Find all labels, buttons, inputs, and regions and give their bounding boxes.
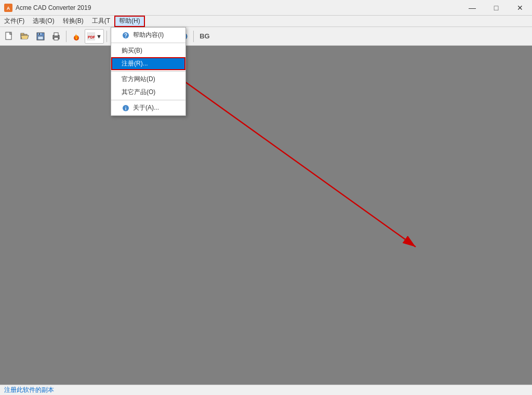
toolbar-save[interactable] — [33, 29, 48, 44]
help-separator-3 — [111, 100, 185, 100]
app-title: Acme CAD Converter 2019 — [16, 4, 91, 11]
menu-options[interactable]: 选项(O) — [29, 16, 58, 27]
toolbar-open[interactable] — [18, 29, 32, 44]
toolbar-bg[interactable]: BG — [196, 29, 213, 44]
menu-help-content[interactable]: ? 帮助内容(I) — [111, 29, 185, 42]
toolbar-sep-1 — [66, 31, 66, 42]
status-text[interactable]: 注册此软件的副本 — [4, 386, 54, 394]
toolbar-special[interactable] — [69, 29, 84, 44]
svg-rect-9 — [39, 33, 40, 35]
close-button[interactable]: ✕ — [508, 0, 532, 16]
menu-file[interactable]: 文件(F) — [0, 16, 29, 27]
menubar: 文件(F) 选项(O) 转换(B) 工具(T 帮助(H) — [0, 16, 532, 27]
svg-text:i: i — [125, 106, 127, 111]
menu-register[interactable]: 注册(R)... — [111, 57, 185, 70]
menu-buy[interactable]: 购买(B) — [111, 44, 185, 57]
menu-tools[interactable]: 工具(T — [88, 16, 114, 27]
titlebar-left: A Acme CAD Converter 2019 — [4, 4, 91, 12]
help-separator-2 — [111, 71, 185, 72]
svg-text:PDF: PDF — [88, 35, 95, 39]
toolbar: PDF ▼ — [0, 27, 532, 46]
toolbar-new[interactable] — [2, 29, 17, 44]
menu-official-site[interactable]: 官方网站(D) — [111, 73, 185, 86]
svg-rect-11 — [54, 33, 58, 36]
help-dropdown-menu: ? 帮助内容(I) 购买(B) 注册(R)... 官方网站(D) 其它产品(O)… — [111, 27, 186, 116]
help-content-icon: ? — [122, 31, 130, 40]
app-icon: A — [4, 4, 12, 12]
menu-other-products[interactable]: 其它产品(O) — [111, 86, 185, 99]
minimize-button[interactable]: — — [460, 0, 484, 16]
maximize-button[interactable]: □ — [484, 0, 508, 16]
toolbar-format-dropdown[interactable]: PDF ▼ — [85, 29, 104, 44]
svg-rect-5 — [21, 33, 24, 35]
menu-help[interactable]: 帮助(H) — [114, 16, 145, 27]
window-controls: — □ ✕ — [460, 0, 532, 16]
menu-about[interactable]: i 关于(A)... — [111, 101, 185, 114]
toolbar-sep-2 — [107, 31, 107, 42]
statusbar: 注册此软件的副本 — [0, 385, 532, 395]
titlebar: A Acme CAD Converter 2019 — □ ✕ — [0, 0, 532, 16]
svg-text:A: A — [7, 6, 10, 11]
menu-convert[interactable]: 转换(B) — [59, 16, 88, 27]
about-icon: i — [122, 104, 130, 112]
main-content — [0, 46, 532, 385]
svg-rect-12 — [54, 37, 58, 40]
svg-text:?: ? — [124, 33, 127, 38]
svg-rect-8 — [38, 36, 43, 40]
help-separator-1 — [111, 43, 185, 43]
toolbar-print[interactable] — [49, 29, 63, 44]
toolbar-sep-3 — [193, 31, 194, 42]
